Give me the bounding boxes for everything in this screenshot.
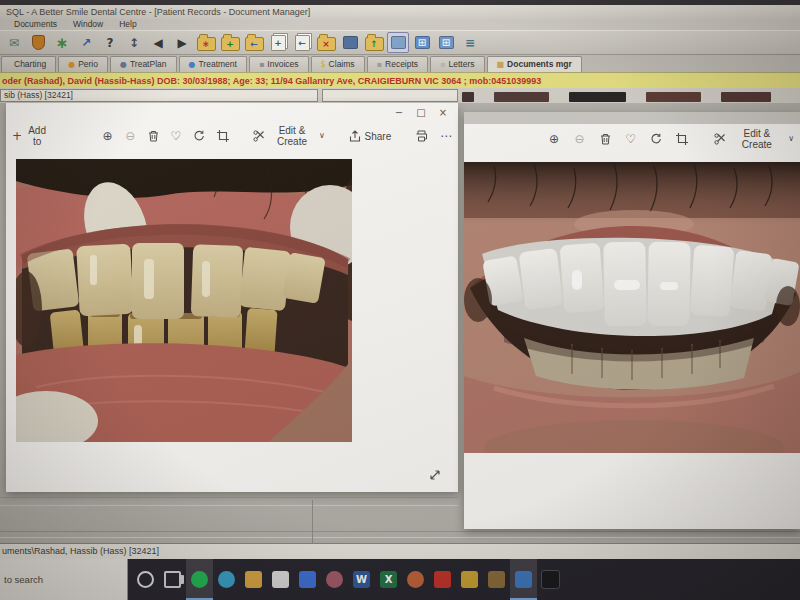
thumbnails-small-icon[interactable]: ⊞ — [435, 32, 457, 53]
fullscreen-button[interactable] — [428, 466, 446, 484]
tab-documents-mgr[interactable]: ■ Documents mgr — [487, 56, 582, 72]
tab-treatment[interactable]: ● Treatment — [179, 56, 247, 72]
tab-invoices[interactable]: ▪ Invoices — [249, 56, 309, 72]
menu-documents[interactable]: Documents — [14, 19, 57, 30]
crop-button[interactable] — [670, 133, 694, 145]
sort-numbers-icon[interactable]: ↕ — [123, 32, 145, 53]
menu-bar: DocumentsWindowHelp — [0, 19, 800, 30]
zoom-out-icon: ⊖ — [125, 130, 135, 142]
image-view-icon[interactable] — [387, 32, 409, 53]
crop-button[interactable] — [211, 130, 235, 142]
store-icon[interactable] — [267, 559, 294, 600]
help-icon[interactable]: ? — [99, 32, 121, 53]
printer-icon — [415, 130, 428, 142]
red-app-icon[interactable] — [429, 559, 456, 600]
scissors-icon — [253, 130, 265, 142]
device-icon[interactable] — [294, 559, 321, 600]
edit-create-button[interactable]: Edit & Create ∨ — [247, 125, 331, 147]
plus-icon: + — [12, 130, 22, 142]
forward-icon[interactable]: ▶ — [171, 32, 193, 53]
panel-edge — [0, 537, 800, 538]
favorite-button[interactable]: ♡ — [165, 130, 188, 142]
copy-import-icon[interactable]: ← — [291, 32, 313, 53]
terminal-icon[interactable] — [537, 559, 564, 600]
zoom-in-icon: ⊕ — [102, 130, 112, 142]
add-to-button[interactable]: + Add to — [6, 125, 54, 147]
zoom-out-button[interactable]: ⊖ — [119, 130, 141, 142]
menu-help[interactable]: Help — [119, 19, 136, 30]
tab-letters[interactable]: ▪ Letters — [430, 56, 484, 72]
patient-banner: oder (Rashad), David (Hassib-Hass) DOB: … — [0, 72, 800, 88]
rotate-icon — [650, 133, 662, 145]
doc-thumbnail[interactable] — [646, 92, 701, 102]
word-icon[interactable]: W — [348, 559, 375, 600]
security-app-icon[interactable] — [456, 559, 483, 600]
module-tabs: Charting ● Perio ● TreatPlan ● Treatment… — [0, 55, 800, 72]
favorite-button[interactable]: ♡ — [619, 133, 642, 145]
copy-add-icon[interactable]: + — [267, 32, 289, 53]
file-explorer-icon[interactable] — [240, 559, 267, 600]
more-button[interactable]: ⋯ — [434, 130, 458, 142]
chevron-down-icon: ∨ — [788, 133, 794, 145]
excel-icon[interactable]: X — [375, 559, 402, 600]
maximize-button[interactable]: □ — [410, 105, 432, 120]
crop-icon — [676, 133, 688, 145]
delete-button[interactable] — [594, 133, 617, 145]
cortana-icon[interactable] — [132, 559, 159, 600]
gears-icon[interactable]: ∗ — [51, 32, 73, 53]
folder-import-icon[interactable]: ← — [243, 32, 265, 53]
panel-edge — [0, 531, 800, 532]
share-button[interactable]: Share — [343, 130, 398, 142]
spotify-icon[interactable] — [186, 559, 213, 600]
folder-new-icon[interactable]: ∗ — [195, 32, 217, 53]
app-title: SQL - A Better Smile Dental Centre - [Pa… — [6, 7, 310, 17]
rotate-button[interactable] — [644, 133, 668, 145]
print-button[interactable] — [409, 130, 434, 142]
zoom-out-button[interactable]: ⊖ — [569, 133, 591, 145]
edge-icon[interactable] — [213, 559, 240, 600]
folder-upload-icon[interactable]: ↑ — [363, 32, 385, 53]
close-button[interactable]: × — [432, 105, 454, 120]
scanner-icon[interactable] — [339, 32, 361, 53]
folder-add-icon[interactable]: + — [219, 32, 241, 53]
photos-toolbar: ⊕ ⊖ ♡ Edit & Create ∨ — [464, 125, 800, 153]
folder-delete-icon[interactable]: × — [315, 32, 337, 53]
zoom-in-button[interactable]: ⊕ — [96, 130, 118, 142]
tab-charting[interactable]: Charting — [1, 56, 56, 72]
tab-perio[interactable]: ● Perio — [58, 56, 108, 72]
taskbar-search-input[interactable]: to search — [0, 559, 128, 600]
secondary-field[interactable] — [322, 89, 458, 102]
tab-claims[interactable]: $ Claims — [311, 56, 365, 72]
panel-edge — [0, 497, 458, 498]
rotate-button[interactable] — [187, 130, 211, 142]
patient-selector[interactable]: sib (Hass) [32421] — [0, 89, 318, 102]
photos-icon[interactable] — [510, 559, 537, 600]
browser-icon[interactable] — [402, 559, 429, 600]
zoom-in-button[interactable]: ⊕ — [543, 133, 565, 145]
menu-window[interactable]: Window — [73, 19, 103, 30]
doc-thumbnail[interactable] — [569, 92, 626, 102]
thumbnails-large-icon[interactable]: ⊞ — [411, 32, 433, 53]
rotate-icon — [193, 130, 205, 142]
share-icon — [349, 130, 361, 142]
delete-button[interactable] — [142, 130, 165, 142]
list-view-icon[interactable]: ≡ — [459, 32, 481, 53]
panel-edge — [0, 505, 458, 506]
tab-treatplan[interactable]: ● TreatPlan — [110, 56, 177, 72]
before-photo — [16, 159, 352, 442]
taskbar: to search — [0, 559, 800, 600]
task-view-icon[interactable] — [159, 559, 186, 600]
doc-thumbnail[interactable] — [721, 92, 771, 102]
doc-thumbnail[interactable] — [462, 92, 474, 102]
mail-search-icon[interactable]: ✉ — [3, 32, 25, 53]
shield-icon[interactable] — [27, 32, 49, 53]
tab-receipts[interactable]: ▪ Receipts — [367, 56, 429, 72]
status-bar: uments\Rashad, Hassib (Hass) [32421] — [0, 543, 800, 559]
media-sphere-icon[interactable] — [321, 559, 348, 600]
edit-create-button[interactable]: Edit & Create ∨ — [708, 128, 800, 150]
chart-icon[interactable]: ↗ — [75, 32, 97, 53]
media-app-icon[interactable] — [483, 559, 510, 600]
minimize-button[interactable]: − — [388, 105, 410, 120]
back-icon[interactable]: ◀ — [147, 32, 169, 53]
doc-thumbnail[interactable] — [494, 92, 549, 102]
